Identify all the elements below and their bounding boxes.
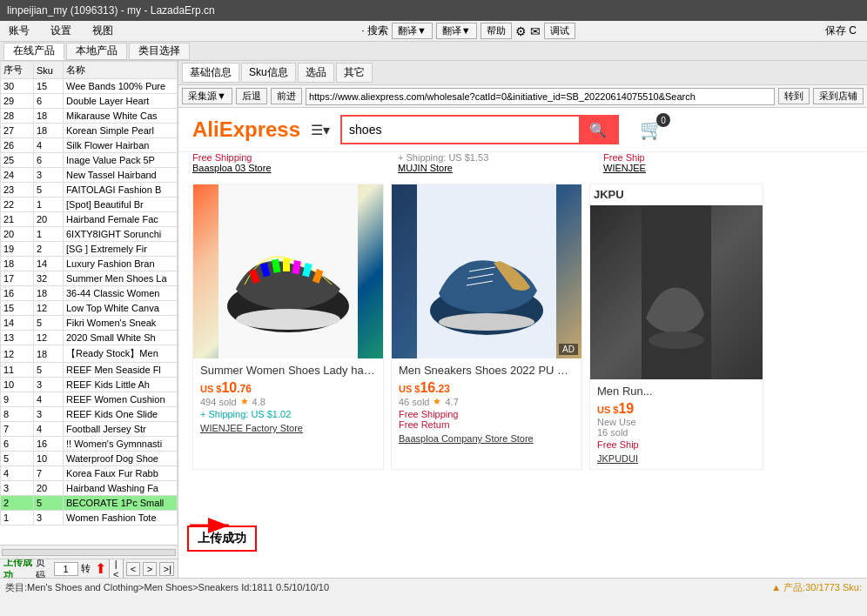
table-row[interactable]: 15 12 Low Top White Canva <box>1 301 178 316</box>
table-row[interactable]: 6 16 !! Women's Gymnnasti <box>1 437 178 452</box>
menu-view[interactable]: 视图 <box>87 22 118 40</box>
table-row[interactable]: 12 18 【Ready Stock】Men <box>1 345 178 363</box>
cell-name: Waterproof Dog Shoe <box>64 452 178 466</box>
product-info-3: Men Run... US $19 New Use 16 sold Free S… <box>590 379 763 469</box>
subtab-basic-info[interactable]: 基础信息 <box>182 63 239 83</box>
table-row[interactable]: 3 20 Hairband Washing Fa <box>1 481 178 496</box>
goto-btn[interactable]: 转到 <box>778 88 810 104</box>
product-card-3[interactable]: JKPU Men Run... US $19 <box>589 184 763 470</box>
table-row[interactable]: 20 1 6IXTY8IGHT Sorunchi <box>1 227 178 242</box>
table-row[interactable]: 11 5 REEF Men Seaside Fl <box>1 363 178 378</box>
prev-store-1[interactable]: Baasploa 03 Store <box>192 163 384 173</box>
price-main-1: 10 <box>221 380 237 395</box>
table-row[interactable]: 8 3 REEF Kids One Slide <box>1 407 178 422</box>
cell-sku: 12 <box>33 331 63 345</box>
table-row[interactable]: 17 32 Summer Men Shoes La <box>1 271 178 286</box>
menu-account[interactable]: 账号 <box>3 22 35 40</box>
product-title-3: Men Run... <box>597 385 756 398</box>
ae-search-button[interactable]: 🔍 <box>579 117 617 143</box>
table-row[interactable]: 18 14 Luxury Fashion Bran <box>1 257 178 271</box>
table-row[interactable]: 27 18 Korean Simple Pearl <box>1 124 178 138</box>
table-row[interactable]: 1 3 Women Fashion Tote <box>1 511 178 526</box>
url-input[interactable] <box>306 88 775 105</box>
table-row[interactable]: 2 5 BECORATE 1Pc Small <box>1 496 178 511</box>
cell-seq: 21 <box>1 212 34 227</box>
page-last-btn[interactable]: >| <box>159 562 174 576</box>
table-row[interactable]: 9 4 REEF Women Cushion <box>1 392 178 407</box>
table-row[interactable]: 21 20 Hairband Female Fac <box>1 212 178 227</box>
table-row[interactable]: 29 6 Double Layer Heart <box>1 94 178 109</box>
table-row[interactable]: 23 5 FAITOLAGI Fashion B <box>1 183 178 198</box>
table-row[interactable]: 22 1 [Spot] Beautiful Br <box>1 198 178 212</box>
table-row[interactable]: 4 7 Korea Faux Fur Rabb <box>1 466 178 481</box>
table-row[interactable]: 14 5 Fikri Women's Sneak <box>1 316 178 331</box>
price-main-3: 19 <box>618 401 634 416</box>
product-info-2: Men Sneakers Shoes 2022 PU Leat... US $1… <box>392 358 581 449</box>
cell-seq: 5 <box>1 452 34 466</box>
prev-store-2[interactable]: MUJIN Store <box>398 163 589 173</box>
table-row[interactable]: 28 18 Mikarause White Cas <box>1 109 178 124</box>
cell-seq: 9 <box>1 392 34 407</box>
table-row[interactable]: 24 3 New Tassel Hairband <box>1 168 178 183</box>
cell-seq: 27 <box>1 124 34 138</box>
table-row[interactable]: 5 10 Waterproof Dog Shoe <box>1 452 178 466</box>
product-card-1[interactable]: Summer Women Shoes Lady hand... US $10.7… <box>192 184 384 470</box>
save-button[interactable]: 保存 C <box>818 22 864 40</box>
cell-name: New Tassel Hairband <box>64 168 178 183</box>
cell-seq: 30 <box>1 79 34 94</box>
page-next-btn[interactable]: > <box>143 562 157 576</box>
logo-text: AliExpress <box>192 117 300 141</box>
cell-sku: 20 <box>33 481 63 496</box>
product-store-3[interactable]: JKPUDUI <box>597 453 756 464</box>
tab-local-products[interactable]: 本地产品 <box>66 43 127 60</box>
cell-sku: 12 <box>33 301 63 316</box>
sold-count-3: 16 sold <box>597 427 628 438</box>
ae-search-input[interactable] <box>342 117 579 143</box>
page-prev-btn[interactable]: < <box>126 562 140 576</box>
forward-btn[interactable]: 前进 <box>271 88 302 104</box>
translate-btn-1[interactable]: 翻译▼ <box>392 23 433 39</box>
table-row[interactable]: 30 15 Wee Bands 100% Pure <box>1 79 178 94</box>
product-store-2[interactable]: Baasploa Company Store Store <box>399 433 575 444</box>
subtab-selection[interactable]: 选品 <box>298 63 334 83</box>
debug-btn[interactable]: 调试 <box>544 23 575 39</box>
tab-category-selection[interactable]: 类目选择 <box>129 43 190 60</box>
table-row[interactable]: 7 4 Football Jersey Str <box>1 422 178 437</box>
table-row[interactable]: 26 4 Silk Flower Hairban <box>1 138 178 153</box>
prev-store-3[interactable]: WIENJEE <box>603 163 673 173</box>
cell-seq: 18 <box>1 257 34 271</box>
page-first-btn[interactable]: |< <box>109 559 124 578</box>
cell-sku: 1 <box>33 227 63 242</box>
price-cents-2: .23 <box>435 383 450 395</box>
help-btn[interactable]: 帮助 <box>481 23 512 39</box>
product-store-1[interactable]: WIENJEE Factory Store <box>200 423 376 433</box>
cell-seq: 10 <box>1 378 34 392</box>
icon-email: ✉ <box>530 24 541 38</box>
right-panel: 基础信息 Sku信息 选品 其它 采集源▼ 后退 前进 转到 采到店铺 AliE… <box>178 61 867 578</box>
tab-online-products[interactable]: 在线产品 <box>3 43 64 60</box>
back-btn[interactable]: 后退 <box>236 88 267 104</box>
table-row[interactable]: 13 12 2020 Small White Sh <box>1 331 178 345</box>
top-tab-bar: 在线产品 本地产品 类目选择 <box>0 42 867 61</box>
ae-menu-icon[interactable]: ☰▾ <box>311 122 330 138</box>
cell-sku: 15 <box>33 79 63 94</box>
table-row[interactable]: 25 6 Inage Value Pack 5P <box>1 153 178 168</box>
source-btn[interactable]: 采集源▼ <box>182 88 232 104</box>
subtab-other[interactable]: 其它 <box>336 63 373 83</box>
store-btn[interactable]: 采到店铺 <box>813 88 864 104</box>
ae-cart[interactable]: 🛒 0 <box>640 118 663 141</box>
table-row[interactable]: 10 3 REEF Kids Little Ah <box>1 378 178 392</box>
table-row[interactable]: 19 2 [SG ] Extremely Fir <box>1 242 178 257</box>
cell-sku: 3 <box>33 511 63 526</box>
product-free-return-2: Free Return <box>399 419 575 430</box>
menu-search-area: · 搜索 翻译▼ 翻译▼ 帮助 ⚙ ✉ 调试 <box>361 23 575 39</box>
product-card-2[interactable]: AD Men Sneakers Shoes 2022 PU Leat... US… <box>391 184 582 470</box>
translate-btn-2[interactable]: 翻译▼ <box>436 23 477 39</box>
subtab-sku-info[interactable]: Sku信息 <box>241 63 296 83</box>
menu-settings[interactable]: 设置 <box>45 22 77 40</box>
table-row[interactable]: 16 18 36-44 Classic Women <box>1 286 178 301</box>
cell-sku: 5 <box>33 183 63 198</box>
page-input[interactable] <box>54 562 78 576</box>
svg-point-15 <box>439 313 534 331</box>
price-currency-2: US $ <box>399 384 420 394</box>
